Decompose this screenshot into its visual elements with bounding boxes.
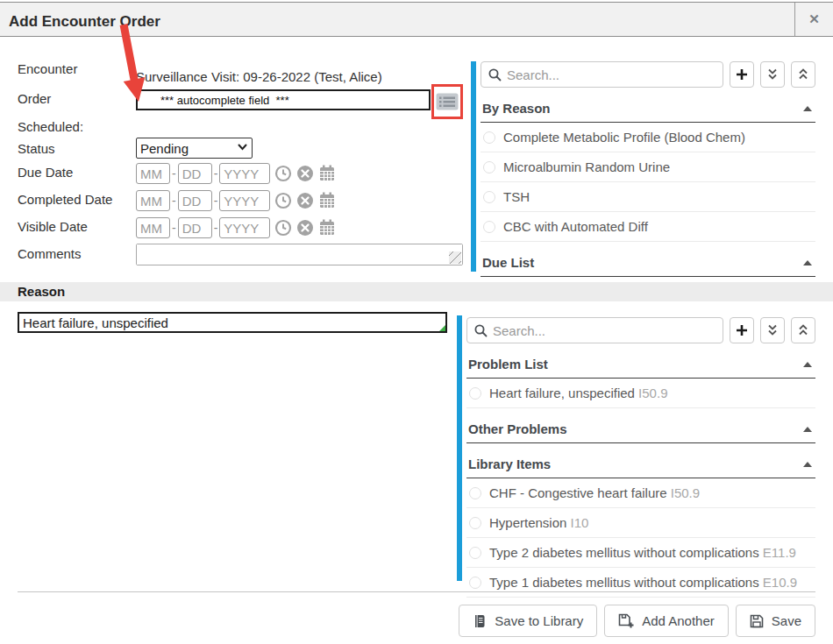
due-date-row: - - bbox=[136, 163, 336, 184]
radio-icon[interactable] bbox=[469, 547, 481, 559]
order-search-box[interactable] bbox=[481, 61, 723, 88]
order-search-row bbox=[481, 61, 815, 88]
completed-date-month-input[interactable] bbox=[136, 190, 170, 211]
order-list-picker-button[interactable] bbox=[431, 84, 463, 119]
list-item[interactable]: Hypertension I10 bbox=[466, 508, 815, 538]
order-search-input[interactable] bbox=[507, 67, 716, 82]
list-item[interactable]: Type 1 diabetes mellitus without complic… bbox=[466, 568, 815, 598]
completed-date-day-input[interactable] bbox=[178, 190, 212, 211]
section-header-problem-list[interactable]: Problem List bbox=[466, 348, 815, 379]
collapse-all-button[interactable] bbox=[791, 61, 815, 88]
comments-input[interactable] bbox=[137, 244, 462, 265]
list-item-label: Hypertension I10 bbox=[489, 515, 588, 530]
list-item[interactable]: Complete Metabolic Profile (Blood Chem) bbox=[481, 123, 815, 152]
list-item-label: Type 1 diabetes mellitus without complic… bbox=[489, 575, 797, 590]
section-header-library-items[interactable]: Library Items bbox=[466, 448, 815, 478]
list-item-label: CHF - Congestive heart failure I50.9 bbox=[489, 485, 700, 500]
calendar-icon[interactable] bbox=[318, 192, 336, 209]
collapse-all-button[interactable] bbox=[791, 317, 815, 343]
expand-all-button[interactable] bbox=[760, 317, 785, 343]
add-another-label: Add Another bbox=[642, 613, 715, 628]
list-item[interactable]: Microalbumin Random Urine bbox=[481, 152, 815, 182]
date-separator: - bbox=[214, 221, 218, 235]
radio-icon[interactable] bbox=[469, 577, 481, 589]
section-header-by-reason[interactable]: By Reason bbox=[481, 92, 815, 123]
scheduled-label: Scheduled: bbox=[18, 119, 83, 134]
page-title: Add Encounter Order bbox=[9, 5, 160, 39]
search-icon bbox=[474, 324, 488, 337]
double-chevron-down-icon bbox=[766, 68, 779, 81]
section-title: Other Problems bbox=[468, 421, 567, 436]
clear-icon[interactable] bbox=[296, 165, 314, 182]
clock-icon[interactable] bbox=[274, 219, 292, 237]
clear-icon[interactable] bbox=[296, 192, 314, 209]
list-item[interactable]: CBC with Automated Diff bbox=[481, 212, 815, 242]
section-title: Problem List bbox=[468, 357, 548, 372]
calendar-icon[interactable] bbox=[318, 219, 336, 237]
section-header-due-list[interactable]: Due List bbox=[481, 246, 815, 277]
radio-icon[interactable] bbox=[483, 131, 495, 144]
visible-date-row: - - bbox=[136, 217, 336, 238]
order-label: Order bbox=[18, 91, 51, 106]
encounter-label: Encounter bbox=[18, 61, 77, 76]
list-item[interactable]: Heart failure, unspecified I50.9 bbox=[466, 379, 815, 408]
radio-icon[interactable] bbox=[483, 191, 495, 203]
save-to-library-button[interactable]: Save to Library bbox=[459, 605, 597, 637]
icd-code: I50.9 bbox=[638, 386, 667, 400]
radio-icon[interactable] bbox=[469, 517, 481, 529]
list-item[interactable]: CHF - Congestive heart failure I50.9 bbox=[466, 478, 815, 508]
reason-section-header: Reason bbox=[0, 282, 833, 301]
status-label: Status bbox=[18, 141, 55, 156]
clear-icon[interactable] bbox=[296, 219, 314, 237]
double-chevron-down-icon bbox=[766, 324, 779, 336]
footer-actions: Save to Library Add Another Save bbox=[459, 605, 815, 637]
visible-date-day-input[interactable] bbox=[178, 217, 212, 238]
visible-date-year-input[interactable] bbox=[219, 217, 270, 238]
icd-code: E10.9 bbox=[763, 575, 797, 590]
close-icon[interactable]: ✕ bbox=[794, 3, 833, 36]
visible-date-label: Visible Date bbox=[18, 219, 88, 234]
status-select[interactable]: Pending bbox=[136, 138, 253, 159]
radio-icon[interactable] bbox=[483, 161, 495, 173]
order-autocomplete-input[interactable] bbox=[136, 89, 431, 110]
collapse-triangle-icon bbox=[803, 462, 812, 467]
reason-search-box[interactable] bbox=[466, 317, 723, 343]
comments-label: Comments bbox=[18, 246, 82, 261]
icd-code: I10 bbox=[571, 515, 589, 530]
date-separator: - bbox=[214, 194, 218, 208]
collapse-triangle-icon bbox=[803, 106, 812, 111]
clock-icon[interactable] bbox=[274, 192, 292, 209]
reason-search-panel: Problem List Heart failure, unspecified … bbox=[466, 317, 815, 598]
save-button[interactable]: Save bbox=[736, 605, 815, 637]
due-date-year-input[interactable] bbox=[219, 163, 270, 184]
add-order-button[interactable] bbox=[730, 61, 754, 88]
icd-code: E11.9 bbox=[763, 545, 796, 560]
reason-search-input[interactable] bbox=[493, 323, 716, 338]
section-header-other-problems[interactable]: Other Problems bbox=[466, 413, 815, 443]
list-item-label: Microalbumin Random Urine bbox=[503, 159, 670, 174]
add-reason-button[interactable] bbox=[730, 317, 754, 343]
due-date-day-input[interactable] bbox=[178, 163, 212, 184]
radio-icon[interactable] bbox=[469, 387, 481, 400]
encounter-value: Surveillance Visit: 09-26-2022 (Test, Al… bbox=[136, 69, 382, 84]
expand-all-button[interactable] bbox=[760, 61, 785, 88]
search-icon bbox=[488, 68, 502, 81]
clock-icon[interactable] bbox=[274, 165, 292, 182]
visible-date-month-input[interactable] bbox=[136, 217, 170, 238]
double-chevron-up-icon bbox=[797, 324, 809, 336]
dialog-titlebar: Add Encounter Order bbox=[0, 2, 833, 37]
comments-box bbox=[136, 244, 463, 265]
radio-icon[interactable] bbox=[469, 487, 481, 499]
list-item[interactable]: Type 2 diabetes mellitus without complic… bbox=[466, 538, 815, 568]
due-date-month-input[interactable] bbox=[136, 163, 170, 184]
completed-date-year-input[interactable] bbox=[219, 190, 270, 211]
reason-input[interactable] bbox=[19, 314, 445, 331]
radio-icon[interactable] bbox=[483, 221, 495, 233]
calendar-icon[interactable] bbox=[318, 165, 336, 182]
list-item[interactable]: TSH bbox=[481, 182, 815, 212]
section-title: Library Items bbox=[468, 456, 551, 471]
add-another-button[interactable]: Add Another bbox=[604, 605, 729, 637]
save-icon bbox=[750, 614, 764, 628]
double-chevron-up-icon bbox=[797, 68, 809, 81]
order-search-panel: By Reason Complete Metabolic Profile (Bl… bbox=[481, 61, 815, 277]
